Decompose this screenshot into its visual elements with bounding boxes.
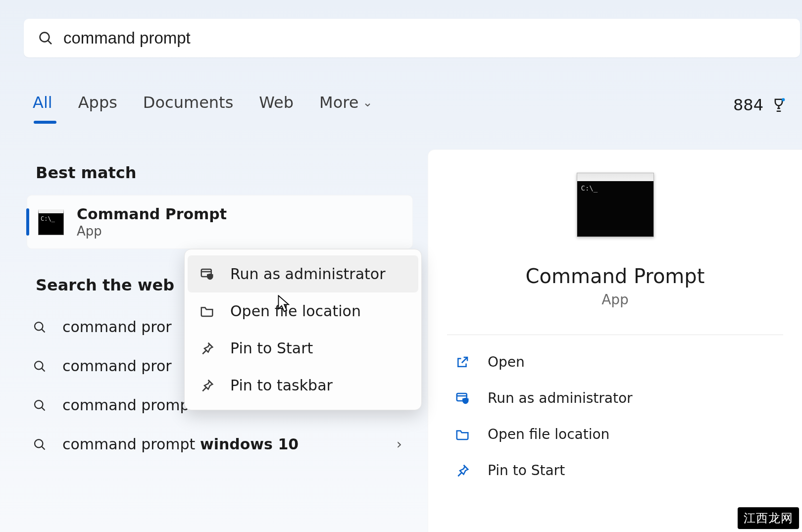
context-menu: Run as administrator Open file location … — [184, 249, 422, 410]
best-match-result[interactable]: Command Prompt App — [27, 195, 413, 249]
ctx-label: Pin to taskbar — [230, 377, 333, 394]
folder-icon — [200, 304, 215, 319]
best-match-subtitle: App — [77, 224, 227, 239]
action-open-file-location[interactable]: Open file location — [452, 416, 778, 452]
tab-apps[interactable]: Apps — [78, 93, 117, 117]
svg-line-10 — [42, 446, 45, 449]
rewards-points: 884 — [733, 96, 763, 114]
svg-point-0 — [40, 33, 50, 42]
open-icon — [455, 355, 471, 370]
action-label: Pin to Start — [488, 462, 565, 479]
search-icon — [38, 30, 54, 46]
chevron-down-icon: ⌄ — [362, 96, 372, 109]
svg-point-5 — [35, 361, 43, 369]
web-result-text: command prompt windows 10 — [62, 435, 382, 453]
filter-tabs: All Apps Documents Web More ⌄ 884 — [33, 93, 787, 117]
tab-documents[interactable]: Documents — [143, 93, 233, 117]
details-pane: Command Prompt App Open Run as administr… — [428, 149, 802, 532]
search-box — [24, 19, 800, 57]
best-match-title: Command Prompt — [77, 205, 227, 223]
pin-icon — [200, 378, 215, 393]
command-prompt-icon — [577, 173, 654, 237]
divider — [447, 335, 783, 335]
svg-line-8 — [42, 407, 45, 410]
tab-more-label: More — [319, 93, 358, 112]
folder-icon — [455, 427, 471, 442]
search-icon — [33, 320, 48, 334]
command-prompt-icon — [38, 209, 64, 235]
ctx-label: Open file location — [230, 302, 361, 320]
action-label: Open file location — [488, 426, 609, 442]
ctx-open-file-location[interactable]: Open file location — [188, 292, 418, 330]
action-run-as-admin[interactable]: Run as administrator — [452, 380, 778, 416]
search-icon — [33, 437, 48, 451]
best-match-texts: Command Prompt App — [77, 205, 227, 239]
search-icon — [33, 359, 48, 373]
ctx-run-as-admin[interactable]: Run as administrator — [188, 255, 418, 292]
pin-icon — [455, 463, 471, 478]
pin-icon — [200, 341, 215, 356]
trophy-icon — [770, 97, 787, 113]
svg-line-1 — [48, 41, 51, 44]
ctx-pin-to-taskbar[interactable]: Pin to taskbar — [188, 367, 418, 404]
svg-line-6 — [42, 368, 45, 371]
svg-point-3 — [35, 322, 43, 330]
action-pin-to-start[interactable]: Pin to Start — [452, 452, 778, 488]
chevron-right-icon: › — [397, 436, 402, 452]
web-result[interactable]: command prompt windows 10 › — [27, 425, 413, 464]
search-input[interactable] — [63, 29, 786, 48]
tab-all[interactable]: All — [33, 93, 52, 117]
details-actions: Open Run as administrator Open file loca… — [428, 344, 802, 488]
action-open[interactable]: Open — [452, 344, 778, 380]
action-label: Open — [488, 354, 525, 370]
details-subtitle: App — [428, 291, 802, 308]
ctx-label: Run as administrator — [230, 265, 386, 283]
tab-web[interactable]: Web — [259, 93, 294, 117]
tab-more[interactable]: More ⌄ — [319, 93, 372, 117]
svg-point-2 — [782, 98, 785, 101]
search-icon — [33, 398, 48, 412]
details-title: Command Prompt — [428, 265, 802, 288]
shield-window-icon — [200, 267, 215, 282]
ctx-pin-to-start[interactable]: Pin to Start — [188, 330, 418, 367]
action-label: Run as administrator — [488, 390, 633, 406]
watermark: 江西龙网 — [738, 507, 799, 529]
shield-window-icon — [455, 391, 471, 406]
svg-line-4 — [42, 329, 45, 332]
svg-point-7 — [35, 400, 43, 408]
rewards-badge[interactable]: 884 — [733, 96, 787, 114]
best-match-heading: Best match — [36, 163, 404, 182]
svg-point-9 — [35, 439, 43, 447]
ctx-label: Pin to Start — [230, 339, 313, 357]
